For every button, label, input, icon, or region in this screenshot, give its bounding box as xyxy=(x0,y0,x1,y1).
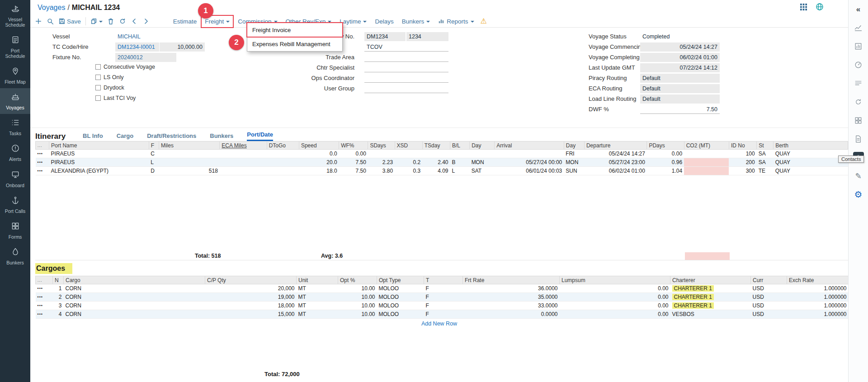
cell xyxy=(395,150,422,158)
sidebar-item-forms[interactable]: Forms xyxy=(0,217,30,243)
sidebar-item-label: Fleet Map xyxy=(5,79,26,85)
voy-no-field[interactable]: DM1234 xyxy=(364,32,406,41)
save-button[interactable]: Save xyxy=(58,18,81,25)
row-menu-icon[interactable]: ••• xyxy=(36,167,49,175)
cell xyxy=(470,150,495,158)
sidebar-item-tasks[interactable]: Tasks xyxy=(0,114,30,140)
row-menu-icon[interactable]: ••• xyxy=(36,158,49,167)
last-update-gmt-field[interactable]: 07/22/24 14:12 xyxy=(640,63,720,72)
cell: F xyxy=(424,284,463,293)
column-header: Opt Type xyxy=(377,276,424,284)
cell xyxy=(450,150,469,158)
settings-icon[interactable]: ⚙ xyxy=(853,189,864,200)
itinerary-row[interactable]: ••• PIRAEUS L 20.0 7.50 2.23 0.2 2.40 B … xyxy=(36,158,848,167)
next-icon[interactable] xyxy=(142,18,150,25)
sidebar-item-bunkers[interactable]: Bunkers xyxy=(0,243,30,269)
column-header: ... xyxy=(36,141,49,150)
menu-item-expenses-rebill[interactable]: Expenses Rebill Management xyxy=(247,37,342,51)
sidebar-item-vessel-schedule[interactable]: Vessel Schedule xyxy=(0,0,30,31)
load-line-routing-field[interactable]: Default xyxy=(640,94,720,104)
row-menu-icon[interactable]: ••• xyxy=(36,150,49,158)
collapse-right-icon[interactable]: « xyxy=(853,4,864,14)
prev-icon[interactable] xyxy=(131,18,138,25)
tab-bl-info[interactable]: BL Info xyxy=(83,132,103,141)
consecutive-voyage-checkbox[interactable] xyxy=(95,64,101,70)
ls-only-checkbox[interactable] xyxy=(95,75,101,80)
sidebar-item-fleet-map[interactable]: Fleet Map xyxy=(0,62,30,88)
row-menu-icon[interactable]: ••• xyxy=(36,293,53,302)
edit-icon[interactable]: ✎ xyxy=(853,170,864,181)
user-group-field[interactable] xyxy=(364,84,448,93)
tab-bunkers[interactable]: Bunkers xyxy=(210,132,233,141)
chevron-down-icon xyxy=(99,21,103,23)
tc-code-field[interactable]: DM1234-I0001 xyxy=(115,42,159,52)
box-chart-icon[interactable] xyxy=(853,41,864,52)
fixture-no-field[interactable]: 20240012 xyxy=(115,53,176,62)
sidebar-item-onboard[interactable]: Onboard xyxy=(0,166,30,192)
voyage-commencing-field[interactable]: 05/24/24 14:27 xyxy=(640,42,720,52)
menu-reports[interactable]: Reports xyxy=(436,16,476,27)
eca-routing-field[interactable]: Default xyxy=(640,84,720,93)
breadcrumb[interactable]: Voyages xyxy=(38,4,65,12)
menu-estimate[interactable]: Estimate xyxy=(171,17,199,26)
cell: 1.000000 xyxy=(787,302,849,310)
itinerary-row[interactable]: ••• PIRAEUS C 0.0 0.00 FRI 05/24/24 14:2… xyxy=(36,150,848,158)
delete-icon[interactable] xyxy=(107,18,114,25)
add-new-row-link[interactable]: Add New Row xyxy=(421,321,457,327)
column-header: ID No xyxy=(729,141,756,150)
ops-coordinator-field[interactable] xyxy=(364,74,448,83)
cell: MT xyxy=(297,302,338,310)
last-tci-voy-checkbox[interactable] xyxy=(95,95,101,101)
column-header: Berth xyxy=(774,141,848,150)
sidebar-item-alerts[interactable]: Alerts xyxy=(0,140,30,165)
globe-icon[interactable] xyxy=(816,3,824,13)
tab-port-date[interactable]: Port/Date xyxy=(247,131,273,141)
menu-label: Bunkers xyxy=(402,18,425,25)
piracy-routing-field[interactable]: Default xyxy=(640,74,720,83)
itinerary-row[interactable]: ••• ALEXANDRIA (EGYPT) D 518 18.0 7.50 3… xyxy=(36,167,848,175)
opr-type-field[interactable]: TCOV xyxy=(364,42,448,52)
voyage-status-value: Completed xyxy=(640,32,720,41)
voyage-completing-field[interactable]: 06/02/24 01:00 xyxy=(640,53,720,62)
grid-view-icon[interactable] xyxy=(800,3,807,13)
trade-area-field[interactable] xyxy=(364,53,448,62)
bunkers-icon xyxy=(11,247,20,258)
vessel-field[interactable]: MICHAIL xyxy=(115,32,188,41)
cargo-row[interactable]: ••• 1 CORN 20,000 MT 10.00 MOLOO F 36.00… xyxy=(36,284,849,293)
row-menu-icon[interactable]: ••• xyxy=(36,310,53,319)
chtr-specialist-field[interactable] xyxy=(364,63,448,72)
menu-item-freight-invoice[interactable]: Freight Invoice xyxy=(247,23,342,37)
cell: B xyxy=(450,158,469,167)
row-menu-icon[interactable]: ••• xyxy=(36,302,53,310)
page-title: MICHAIL 1234 xyxy=(72,4,120,12)
itinerary-empty-space xyxy=(30,175,848,252)
drydock-checkbox[interactable] xyxy=(95,85,101,90)
refresh-icon[interactable] xyxy=(119,18,126,25)
voy-no-suffix-field[interactable]: 1234 xyxy=(406,32,448,41)
cargo-row[interactable]: ••• 4 CORN 15,000 MT 10.00 MOLOO F 0.000… xyxy=(36,310,849,319)
sidebar-item-port-schedule[interactable]: Port Schedule xyxy=(0,31,30,62)
cargo-row[interactable]: ••• 3 CORN 18,000 MT 10.00 MOLOO F 33.00… xyxy=(36,302,849,310)
menu-delays[interactable]: Delays xyxy=(373,17,395,26)
document-icon[interactable] xyxy=(853,133,864,144)
row-menu-icon[interactable]: ••• xyxy=(36,284,53,293)
gauge-icon[interactable] xyxy=(853,59,864,70)
menu-bunkers[interactable]: Bunkers xyxy=(400,17,432,26)
dwf-field[interactable]: 7.50 xyxy=(640,105,720,114)
list-icon[interactable] xyxy=(853,78,864,89)
tab-cargo[interactable]: Cargo xyxy=(117,132,134,141)
grid-icon[interactable] xyxy=(853,115,864,126)
cell: 20.0 xyxy=(299,158,339,167)
sync-icon[interactable] xyxy=(853,96,864,107)
search-icon[interactable] xyxy=(47,18,54,25)
tab-draft-restrictions[interactable]: Draft/Restrictions xyxy=(147,132,196,141)
sidebar-item-voyages[interactable]: Voyages xyxy=(0,88,30,114)
tc-hire-field[interactable]: 10,000.00 xyxy=(160,42,205,52)
cargo-row[interactable]: ••• 2 CORN 19,000 MT 10.00 MOLOO F 35.00… xyxy=(36,293,849,302)
sidebar-item-port-calls[interactable]: Port Calls xyxy=(0,192,30,217)
trend-chart-icon[interactable] xyxy=(853,22,864,33)
copy-icon[interactable] xyxy=(90,18,103,25)
cell: 10.00 xyxy=(338,293,377,302)
warning-icon[interactable]: ⚠ xyxy=(481,18,487,25)
add-icon[interactable] xyxy=(35,18,42,25)
